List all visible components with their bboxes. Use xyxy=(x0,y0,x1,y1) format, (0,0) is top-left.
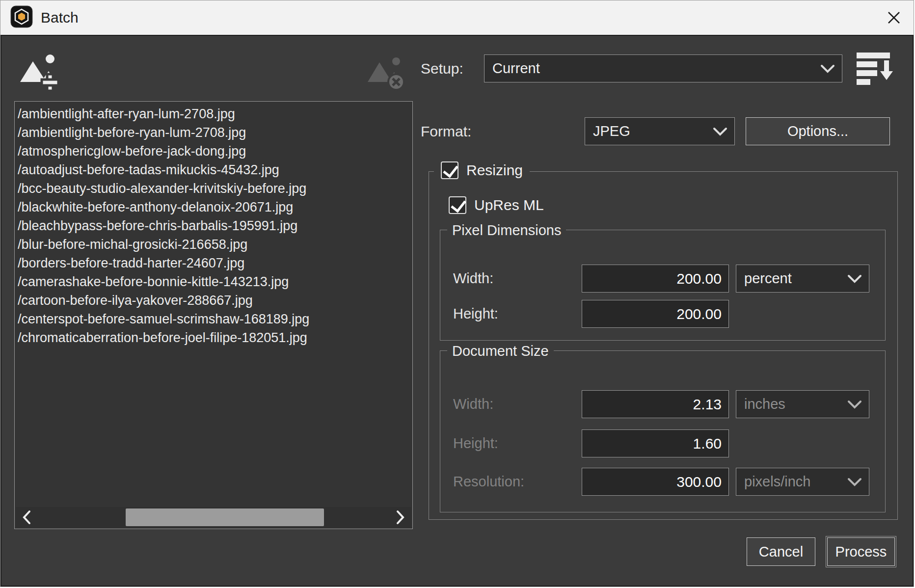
format-label: Format: xyxy=(421,117,471,145)
ds-resolution-input[interactable] xyxy=(582,468,729,496)
list-item[interactable]: /atmosphericglow-before-jack-dong.jpg xyxy=(18,142,410,160)
ds-width-input[interactable] xyxy=(582,390,729,418)
close-icon xyxy=(887,10,901,25)
chevron-down-icon xyxy=(847,274,862,283)
list-item[interactable]: /borders-before-tradd-harter-24607.jpg xyxy=(18,254,410,272)
remove-photos-button[interactable] xyxy=(368,55,406,94)
pd-height-label: Height: xyxy=(453,300,498,328)
list-item[interactable]: /bcc-beauty-studio-alexander-krivitskiy-… xyxy=(18,179,410,198)
document-size-title: Document Size xyxy=(447,342,554,360)
chevron-right-icon xyxy=(396,510,405,525)
remove-photos-icon xyxy=(368,55,406,92)
resizing-group: Resizing UpRes ML Pixel Dimensions Width… xyxy=(429,171,898,520)
apply-settings-icon xyxy=(856,51,893,86)
ds-height-input[interactable] xyxy=(582,429,729,457)
upres-ml-checkbox[interactable] xyxy=(449,196,466,214)
chevron-down-icon xyxy=(847,400,862,409)
list-item[interactable]: /bleachbypass-before-chris-barbalis-1959… xyxy=(18,216,410,235)
add-photos-button[interactable] xyxy=(19,53,60,94)
apply-settings-button[interactable] xyxy=(856,51,893,88)
upres-ml-label: UpRes ML xyxy=(474,197,544,214)
pd-width-label: Width: xyxy=(453,265,493,293)
pd-height-input[interactable] xyxy=(582,300,729,328)
list-item[interactable]: /blackwhite-before-anthony-delanoix-2067… xyxy=(18,198,410,216)
pixel-dimensions-title: Pixel Dimensions xyxy=(447,221,566,239)
scroll-left-button[interactable] xyxy=(16,507,37,528)
process-button[interactable]: Process xyxy=(827,537,895,566)
chevron-down-icon xyxy=(820,64,835,73)
format-dropdown[interactable]: JPEG xyxy=(585,117,735,145)
chevron-down-icon xyxy=(713,127,727,136)
app-icon xyxy=(10,5,33,30)
list-item[interactable]: /centerspot-before-samuel-scrimshaw-1681… xyxy=(18,310,410,328)
file-list[interactable]: /ambientlight-after-ryan-lum-2708.jpg/am… xyxy=(14,101,413,529)
upres-row: UpRes ML xyxy=(449,196,544,214)
window-title: Batch xyxy=(41,9,79,26)
list-item[interactable]: /ambientlight-before-ryan-lum-2708.jpg xyxy=(18,123,410,142)
document-size-group: Document Size Width: inches Height: Reso… xyxy=(440,350,886,512)
list-item[interactable]: /blur-before-michal-grosicki-216658.jpg xyxy=(18,235,410,254)
horizontal-scrollbar[interactable] xyxy=(16,507,411,528)
list-item[interactable]: /ambientlight-after-ryan-lum-2708.jpg xyxy=(18,105,410,123)
list-item[interactable]: /chromaticaberration-before-joel-filipe-… xyxy=(18,328,410,347)
resizing-legend: Resizing xyxy=(434,161,530,179)
ds-height-label: Height: xyxy=(453,429,498,457)
file-items: /ambientlight-after-ryan-lum-2708.jpg/am… xyxy=(18,105,410,505)
pixel-dimensions-group: Pixel Dimensions Width: percent Height: xyxy=(440,230,886,341)
setup-label: Setup: xyxy=(421,54,463,82)
titlebar: Batch xyxy=(0,0,914,35)
setup-value: Current xyxy=(492,60,540,77)
list-item[interactable]: /camerashake-before-bonnie-kittle-143213… xyxy=(18,272,410,291)
cancel-button[interactable]: Cancel xyxy=(747,537,815,566)
resizing-checkbox[interactable] xyxy=(441,161,458,179)
setup-dropdown[interactable]: Current xyxy=(484,54,842,82)
ds-width-label: Width: xyxy=(453,390,493,418)
ds-width-unit-dropdown[interactable]: inches xyxy=(736,390,869,418)
pd-width-unit-dropdown[interactable]: percent xyxy=(736,265,869,293)
pd-width-unit-value: percent xyxy=(744,270,792,287)
scrollbar-thumb[interactable] xyxy=(126,508,324,526)
list-item[interactable]: /autoadjust-before-tadas-mikuckis-45432.… xyxy=(18,160,410,179)
options-button[interactable]: Options... xyxy=(746,117,890,145)
close-button[interactable] xyxy=(885,9,903,27)
format-value: JPEG xyxy=(593,123,630,139)
ds-width-unit-value: inches xyxy=(744,396,785,412)
ds-resolution-unit-dropdown[interactable]: pixels/inch xyxy=(736,468,869,496)
batch-dialog: Batch xyxy=(0,0,914,587)
dialog-content: Setup: Current /ambientlight-after-ryan-… xyxy=(1,36,913,586)
add-photos-icon xyxy=(19,53,60,92)
scroll-right-button[interactable] xyxy=(390,507,411,528)
list-item[interactable]: /cartoon-before-ilya-yakover-288667.jpg xyxy=(18,291,410,310)
ds-resolution-label: Resolution: xyxy=(453,468,524,496)
resizing-label: Resizing xyxy=(466,162,523,179)
chevron-down-icon xyxy=(847,478,862,486)
pd-width-input[interactable] xyxy=(582,265,729,293)
ds-resolution-unit-value: pixels/inch xyxy=(744,474,810,490)
chevron-left-icon xyxy=(22,510,31,525)
